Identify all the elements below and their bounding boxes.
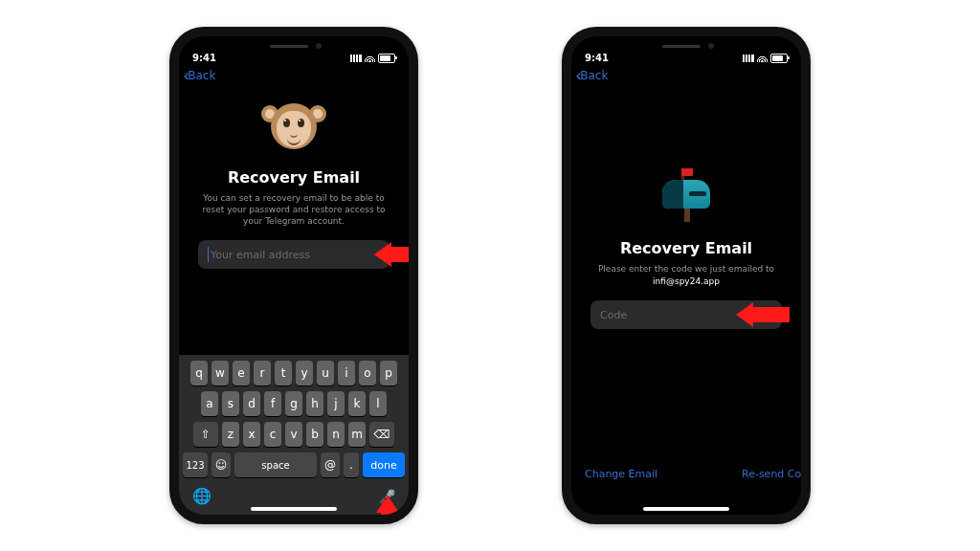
notch xyxy=(634,36,739,55)
wifi-icon xyxy=(365,55,375,62)
key-h[interactable]: h xyxy=(306,391,323,416)
key-p[interactable]: p xyxy=(380,361,397,386)
home-indicator[interactable] xyxy=(251,507,337,511)
battery-icon xyxy=(770,54,788,63)
key-v[interactable]: v xyxy=(285,422,302,447)
page-title: Recovery Email xyxy=(228,168,360,187)
email-placeholder: Your email address xyxy=(211,249,310,261)
change-email-button[interactable]: Change Email xyxy=(585,468,657,480)
key-shift[interactable]: ⇧ xyxy=(193,422,218,447)
target-email: infi@spy24.app xyxy=(598,276,774,287)
phone-right: 9:41 ‹ Back Recovery Email xyxy=(562,27,811,524)
code-field[interactable]: Code xyxy=(590,300,782,329)
key-r[interactable]: r xyxy=(254,361,271,386)
key-j[interactable]: j xyxy=(327,391,345,416)
signal-icon xyxy=(743,55,754,62)
home-indicator[interactable] xyxy=(643,507,729,511)
key-space[interactable]: space xyxy=(234,452,317,477)
key-m[interactable]: m xyxy=(348,422,366,447)
page-subtitle: You can set a recovery email to be able … xyxy=(196,192,391,227)
battery-icon xyxy=(378,54,395,63)
phone-left: 9:41 ‹ Back Recovery Email You can set xyxy=(169,27,418,524)
key-d[interactable]: d xyxy=(243,391,260,416)
key-b[interactable]: b xyxy=(306,422,323,447)
key-e[interactable]: e xyxy=(233,361,250,386)
key-g[interactable]: g xyxy=(285,391,302,416)
key-i[interactable]: i xyxy=(338,361,355,386)
key-u[interactable]: u xyxy=(317,361,334,386)
key-k[interactable]: k xyxy=(348,391,366,416)
keyboard-row-1: q w e r t y u i o p xyxy=(183,361,405,386)
back-label: Back xyxy=(580,69,608,82)
signal-icon xyxy=(350,55,362,62)
key-123[interactable]: 123 xyxy=(183,452,208,477)
key-done[interactable]: done xyxy=(363,452,405,477)
page-subtitle: Please enter the code we just emailed to… xyxy=(598,263,774,287)
keyboard[interactable]: q w e r t y u i o p a s d f g h j k l xyxy=(179,355,409,515)
wifi-icon xyxy=(757,55,768,62)
keyboard-row-2: a s d f g h j k l xyxy=(183,391,405,416)
code-placeholder: Code xyxy=(600,309,627,321)
annotation-arrow-done xyxy=(376,496,399,524)
keyboard-row-3: ⇧ z x c v b n m ⌫ xyxy=(183,422,405,447)
key-z[interactable]: z xyxy=(222,422,239,447)
key-backspace[interactable]: ⌫ xyxy=(369,422,394,447)
back-button[interactable]: ‹ Back xyxy=(571,65,801,86)
key-y[interactable]: y xyxy=(296,361,313,386)
key-at[interactable]: @ xyxy=(321,452,340,477)
key-a[interactable]: a xyxy=(201,391,218,416)
email-field[interactable]: Your email address xyxy=(198,240,390,269)
notch xyxy=(241,36,346,55)
key-n[interactable]: n xyxy=(327,422,345,447)
key-t[interactable]: t xyxy=(275,361,292,386)
key-c[interactable]: c xyxy=(264,422,281,447)
key-f[interactable]: f xyxy=(264,391,281,416)
page-title: Recovery Email xyxy=(620,239,752,257)
mailbox-icon xyxy=(653,159,720,226)
keyboard-row-4: 123 ☺ space @ . done xyxy=(183,452,405,477)
globe-icon[interactable]: 🌐 xyxy=(192,487,212,505)
back-button[interactable]: ‹ Back xyxy=(179,65,409,86)
resend-code-button[interactable]: Re-send Code xyxy=(742,468,811,480)
key-q[interactable]: q xyxy=(190,361,208,386)
key-w[interactable]: w xyxy=(212,361,229,386)
key-s[interactable]: s xyxy=(222,391,239,416)
key-l[interactable]: l xyxy=(369,391,387,416)
monkey-icon xyxy=(265,98,323,155)
key-dot[interactable]: . xyxy=(344,452,359,477)
back-label: Back xyxy=(188,69,215,82)
status-time: 9:41 xyxy=(192,53,216,63)
key-x[interactable]: x xyxy=(243,422,260,447)
key-o[interactable]: o xyxy=(359,361,376,386)
status-time: 9:41 xyxy=(585,53,609,63)
key-emoji[interactable]: ☺ xyxy=(212,452,231,477)
